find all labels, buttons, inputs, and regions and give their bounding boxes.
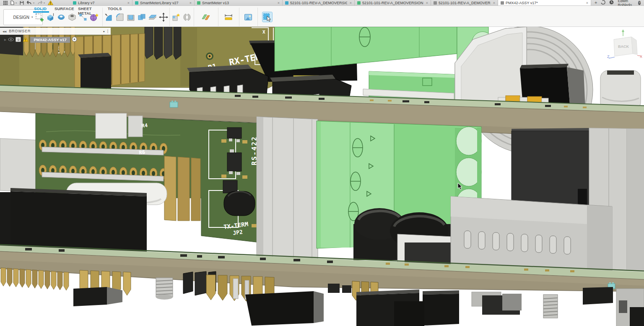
ribbon-group-insert: INSERT ▾ [239,12,257,26]
create-form-icon[interactable] [89,12,99,22]
expand-node-icon[interactable]: ▶ [4,38,6,42]
bottom-gray-assembly[interactable] [472,292,522,315]
help-icon[interactable]: ? [638,1,641,5]
tab-solid[interactable]: SOLID [34,6,47,11]
node-warning-icon[interactable] [23,37,29,43]
close-tab-icon[interactable]: × [426,1,428,5]
view-cube[interactable]: BACK Y Z X [607,28,643,68]
redo-icon[interactable] [37,1,42,5]
revolve-icon[interactable] [57,12,66,22]
close-tab-icon[interactable]: × [586,1,588,5]
axis-y-label: Y [622,30,624,34]
root-node-label[interactable]: PMX42-ASSY v17 [30,37,70,43]
tab-surface[interactable]: SURFACE [55,6,74,11]
tall-gray-connector[interactable] [257,117,318,269]
svg-text:JP2: JP2 [233,229,243,236]
long-pin-connector[interactable] [451,196,612,271]
document-tab[interactable]: SmartMeterLibrary v27× [132,0,195,5]
insert-image-icon[interactable] [244,12,253,22]
document-tab-label: SmartMeter v13 [202,1,275,5]
create-sketch-icon[interactable] [35,12,44,22]
move-icon[interactable] [159,12,169,22]
document-type-icon [73,1,76,5]
close-tab-icon[interactable]: × [350,1,352,5]
collapse-panel-icon[interactable]: ◀◀ [3,30,6,33]
ribbon-group-assemble: ASSEMBLE ▾ [170,12,193,26]
svg-text:R4: R4 [141,123,148,129]
mounting-screw-right[interactable] [543,295,558,318]
new-tab-icon[interactable]: + [595,0,597,5]
extrude-icon[interactable] [46,12,55,22]
document-tab[interactable]: Library v7× [70,0,132,5]
construct-plane-icon[interactable] [201,12,211,22]
document-tab[interactable]: 52101-101-REV-A_DEMOVERSION v20× [355,0,431,5]
browser-root-node[interactable]: ▶ PMX42-ASSY v17 [0,36,111,43]
select-icon[interactable] [262,12,272,22]
bottom-black-boxes-right[interactable] [356,289,459,326]
document-type-icon [501,1,504,5]
new-file-caret-icon[interactable]: ▾ [16,1,17,4]
press-pull-icon[interactable] [104,12,114,22]
viewport-canvas[interactable]: C6 X R1 RX-TERM [0,27,644,326]
close-tab-icon[interactable]: × [190,1,192,5]
close-tab-icon[interactable]: × [493,1,495,5]
cylindrical-component[interactable] [600,70,641,110]
document-tab-label: 52101-101-REV-A_DEMOVERSION v6 [439,1,491,5]
joint-icon[interactable] [182,12,192,22]
document-tab[interactable]: SmartMeter v13× [195,0,283,5]
redo-caret-icon[interactable]: ▾ [44,1,45,4]
bottom-black-box-left[interactable] [73,287,122,306]
document-tab-label: PMX42-ASSY v17* [506,1,584,5]
fillet-icon[interactable] [115,12,125,22]
panel-options-icon[interactable]: ● [103,30,104,33]
visibility-eye-icon[interactable] [8,37,14,42]
hole-icon[interactable] [68,12,77,22]
view-cube-face-label: BACK [618,44,629,49]
new-component-icon[interactable] [171,12,181,22]
notification-clock-icon[interactable] [609,0,614,5]
shell-icon[interactable] [126,12,136,22]
job-status-icon[interactable] [601,0,605,5]
panel-resize-handle[interactable]: | [107,29,108,33]
gold-pillars[interactable] [164,156,200,221]
app-menu-grid-icon[interactable] [3,1,8,5]
save-icon[interactable] [20,1,24,5]
bottom-black-box-center[interactable] [245,291,324,326]
document-tab-label: Library v7 [78,1,125,5]
activate-component-icon[interactable] [72,37,77,43]
round-capacitor-black[interactable] [224,191,255,216]
ribbon-group-modify: MODIFY ▾ [104,12,169,26]
close-tab-icon[interactable]: × [278,1,280,5]
svg-text:R6: R6 [139,149,145,156]
group-separator [169,8,170,29]
document-type-icon [197,1,200,5]
axis-z-label: Z [607,55,610,59]
warning-icon[interactable] [48,0,53,5]
browser-panel-header[interactable]: ◀◀ BROWSER ● | [0,28,111,35]
bottom-far-right-parts[interactable] [583,287,644,326]
document-type-icon [357,1,361,5]
mounting-screw-left[interactable] [156,278,173,300]
quick-access-toolbar: ▾ ▾ ▾ [0,0,70,5]
model-viewport[interactable]: C6 X R1 RX-TERM [0,27,644,326]
close-tab-icon[interactable]: × [127,1,130,5]
new-file-icon[interactable] [10,0,14,5]
offset-face-icon[interactable] [148,12,158,22]
document-type-icon [285,1,288,5]
document-tab[interactable]: 52101-101-REV-A_DEMOVERSION v1× [283,0,355,5]
undo-caret-icon[interactable]: ▾ [33,1,34,4]
combine-icon[interactable] [137,12,147,22]
document-tab-label: 52101-101-REV-A_DEMOVERSION v1 [290,1,347,5]
document-tab-bar: ▾ ▾ ▾ Library v7× SmartMeterLibrary v27×… [0,0,644,6]
left-gray-box[interactable] [0,138,40,192]
large-black-box[interactable] [10,188,147,257]
svg-text:X: X [262,29,265,35]
document-tab-active[interactable]: PMX42-ASSY v17*× [498,0,591,5]
sketch-dimension-icon[interactable] [78,12,88,22]
undo-icon[interactable] [27,1,32,5]
document-tab[interactable]: 52101-101-REV-A_DEMOVERSION v6× [431,0,498,5]
ribbon-group-select: SELECT ▾ [257,12,277,26]
measure-icon[interactable] [224,12,234,22]
tab-tools[interactable]: TOOLS [108,6,122,11]
axis-x-label: X [640,55,642,59]
